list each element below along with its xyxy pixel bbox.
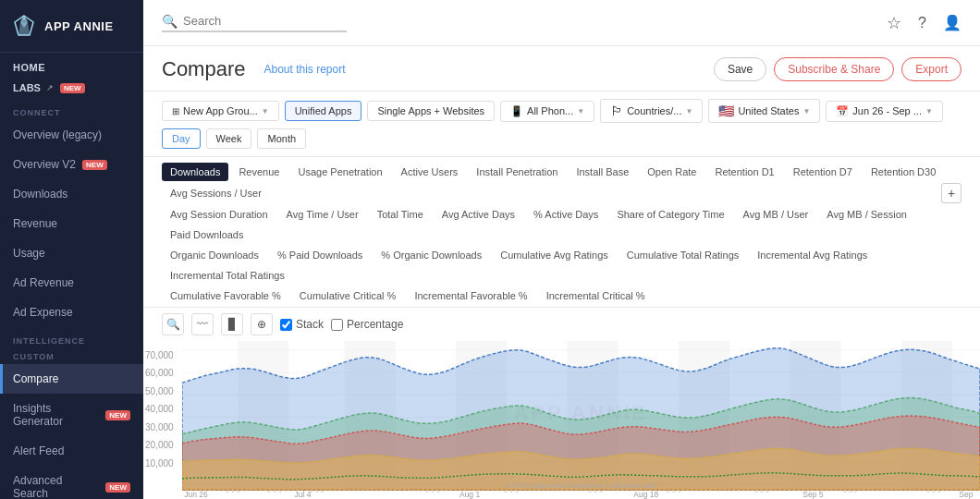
app-type-filter[interactable]: Unified Apps bbox=[285, 101, 362, 121]
sidebar-item-overview-v2[interactable]: Overview V2 NEW bbox=[0, 150, 143, 179]
metric-avg-sessions[interactable]: Avg Sessions / User bbox=[162, 184, 270, 202]
percentage-checkbox[interactable] bbox=[331, 319, 343, 331]
stack-checkbox[interactable] bbox=[280, 319, 292, 331]
sidebar-item-revenue[interactable]: Revenue bbox=[0, 209, 143, 238]
metric-cumulative-critical[interactable]: Cumulative Critical % bbox=[291, 286, 405, 305]
subscribe-share-button[interactable]: Subscribe & Share bbox=[774, 57, 894, 81]
day-btn[interactable]: Day bbox=[162, 128, 201, 149]
metric-revenue[interactable]: Revenue bbox=[230, 163, 288, 181]
metric-avg-mb-session[interactable]: Avg MB / Session bbox=[818, 205, 915, 224]
metric-organic-downloads[interactable]: Organic Downloads bbox=[162, 246, 267, 264]
metric-cumulative-total-ratings[interactable]: Cumulative Total Ratings bbox=[619, 246, 747, 264]
metric-incremental-total-ratings[interactable]: Incremental Total Ratings bbox=[162, 266, 293, 285]
stack-checkbox-label[interactable]: Stack bbox=[280, 318, 324, 331]
sidebar-logo[interactable]: APP ANNIE bbox=[0, 0, 143, 53]
svg-text:⌄⌄⌄: ⌄⌄⌄ bbox=[666, 487, 682, 493]
svg-text:Jun 26: Jun 26 bbox=[184, 490, 208, 499]
metric-active-users[interactable]: Active Users bbox=[393, 163, 467, 181]
sidebar-item-labs[interactable]: LABS ↗ NEW bbox=[0, 77, 143, 99]
flag-icon: 🏳 bbox=[610, 103, 623, 118]
sidebar-item-overview-legacy[interactable]: Overview (legacy) bbox=[0, 120, 143, 150]
app-group-filter[interactable]: ⊞ New App Grou... ▼ bbox=[162, 101, 279, 121]
metric-pct-paid-downloads[interactable]: % Paid Downloads bbox=[269, 246, 371, 264]
chart-controls: 🔍 〰 ▊ ⊕ Stack Percentage bbox=[143, 308, 980, 341]
svg-text:⌄⌄⌄: ⌄⌄⌄ bbox=[925, 487, 942, 493]
bar-chart-button[interactable]: ▊ bbox=[221, 313, 243, 335]
sidebar-item-alert-feed[interactable]: Alert Feed bbox=[0, 436, 143, 466]
metric-downloads[interactable]: Downloads bbox=[162, 163, 228, 181]
help-icon[interactable]: ? bbox=[918, 15, 926, 31]
topbar-icons: ☆ ? 👤 bbox=[887, 13, 962, 33]
metric-total-time[interactable]: Total Time bbox=[369, 205, 432, 224]
metric-incremental-critical[interactable]: Incremental Critical % bbox=[538, 286, 654, 305]
metric-pct-organic-downloads[interactable]: % Organic Downloads bbox=[373, 246, 490, 264]
metric-avg-mb-user[interactable]: Avg MB / User bbox=[735, 205, 817, 224]
svg-text:⌄⌄⌄: ⌄⌄⌄ bbox=[503, 487, 520, 493]
add-metric-button[interactable]: + bbox=[941, 183, 962, 203]
zoom-in-button[interactable]: 🔍 bbox=[162, 313, 184, 335]
percentage-checkbox-label[interactable]: Percentage bbox=[331, 318, 403, 331]
about-report-link[interactable]: About this report bbox=[263, 63, 345, 76]
sidebar-item-advanced-search[interactable]: Advanced Search NEW bbox=[0, 466, 143, 499]
svg-text:⌄⌄⌄: ⌄⌄⌄ bbox=[842, 487, 859, 493]
metric-paid-downloads[interactable]: Paid Downloads bbox=[162, 225, 252, 244]
metric-incremental-favorable[interactable]: Incremental Favorable % bbox=[406, 286, 535, 305]
chart-svg: APP ANNIE © 2019 App Annie Intelligence … bbox=[182, 341, 980, 499]
page-title: Compare bbox=[162, 57, 245, 81]
svg-text:APP ANNIE: APP ANNIE bbox=[513, 401, 648, 424]
sidebar-item-ad-expense[interactable]: Ad Expense bbox=[0, 298, 143, 327]
calendar-icon: 📅 bbox=[836, 105, 849, 117]
search-container: 🔍 bbox=[162, 14, 347, 32]
sidebar-item-ad-revenue[interactable]: Ad Revenue bbox=[0, 268, 143, 298]
metrics-tabs-row1: Downloads Revenue Usage Penetration Acti… bbox=[162, 163, 962, 203]
metric-install-base[interactable]: Install Base bbox=[568, 163, 637, 181]
sidebar-item-insights-generator[interactable]: Insights Generator NEW bbox=[0, 394, 143, 436]
metric-cumulative-favorable[interactable]: Cumulative Favorable % bbox=[162, 286, 289, 305]
save-button[interactable]: Save bbox=[714, 57, 766, 81]
intelligence-section-label: INTELLIGENCE bbox=[0, 327, 143, 348]
search-icon: 🔍 bbox=[162, 14, 178, 29]
overview-v2-badge: NEW bbox=[82, 160, 107, 170]
labs-new-badge: NEW bbox=[60, 83, 85, 93]
metric-retention-d7[interactable]: Retention D7 bbox=[785, 163, 861, 181]
search-input[interactable] bbox=[183, 14, 331, 28]
page-header: Compare About this report Save Subscribe… bbox=[143, 46, 980, 91]
metric-share-category-time[interactable]: Share of Category Time bbox=[608, 205, 732, 224]
svg-text:Aug 1: Aug 1 bbox=[459, 490, 480, 499]
metric-avg-session-duration[interactable]: Avg Session Duration bbox=[162, 205, 276, 224]
svg-text:Aug 18: Aug 18 bbox=[633, 490, 658, 499]
metric-avg-active-days[interactable]: Avg Active Days bbox=[434, 205, 523, 224]
phone-filter[interactable]: 📱 All Phon... ▼ bbox=[500, 101, 594, 122]
sidebar-item-downloads[interactable]: Downloads bbox=[0, 179, 143, 209]
metric-retention-d30[interactable]: Retention D30 bbox=[863, 163, 944, 181]
month-btn[interactable]: Month bbox=[257, 128, 306, 149]
line-chart-button[interactable]: 〰 bbox=[191, 313, 214, 335]
week-btn[interactable]: Week bbox=[206, 128, 252, 149]
sidebar-item-compare[interactable]: Compare bbox=[0, 364, 143, 394]
export-button[interactable]: Export bbox=[901, 57, 962, 81]
area-chart-button[interactable]: ⊕ bbox=[251, 313, 273, 335]
date-range-filter[interactable]: 📅 Jun 26 - Sep ... ▼ bbox=[826, 101, 943, 122]
svg-text:⌄⌄⌄: ⌄⌄⌄ bbox=[587, 487, 604, 493]
countries-filter[interactable]: 🏳 Countries/... ▼ bbox=[600, 99, 703, 123]
metric-pct-active-days[interactable]: % Active Days bbox=[525, 205, 606, 224]
caret-down-icon5: ▼ bbox=[925, 107, 933, 116]
sidebar-item-home[interactable]: HOME bbox=[0, 53, 143, 77]
country-filter[interactable]: 🇺🇸 United States ▼ bbox=[708, 99, 820, 123]
metric-retention-d1[interactable]: Retention D1 bbox=[706, 163, 782, 181]
main-content: 🔍 ☆ ? 👤 Compare About this report Save S… bbox=[143, 0, 980, 499]
device-filter[interactable]: Single Apps + Websites bbox=[367, 101, 495, 121]
star-icon[interactable]: ☆ bbox=[887, 13, 901, 33]
y-axis-labels: 70,000 60,000 50,000 40,000 30,000 20,00… bbox=[145, 341, 178, 499]
metric-incremental-avg-ratings[interactable]: Incremental Avg Ratings bbox=[749, 246, 876, 264]
metrics-tabs-row2: Avg Session Duration Avg Time / User Tot… bbox=[162, 205, 962, 244]
user-icon[interactable]: 👤 bbox=[943, 14, 962, 31]
metric-cumulative-avg-ratings[interactable]: Cumulative Avg Ratings bbox=[492, 246, 617, 264]
sidebar-item-usage[interactable]: Usage bbox=[0, 238, 143, 268]
metric-open-rate[interactable]: Open Rate bbox=[639, 163, 704, 181]
metric-install-penetration[interactable]: Install Penetration bbox=[468, 163, 566, 181]
metric-usage-penetration[interactable]: Usage Penetration bbox=[289, 163, 390, 181]
metric-avg-time-user[interactable]: Avg Time / User bbox=[278, 205, 367, 224]
metrics-tabs-row4: Cumulative Favorable % Cumulative Critic… bbox=[162, 286, 962, 305]
caret-down-icon2: ▼ bbox=[577, 107, 584, 116]
